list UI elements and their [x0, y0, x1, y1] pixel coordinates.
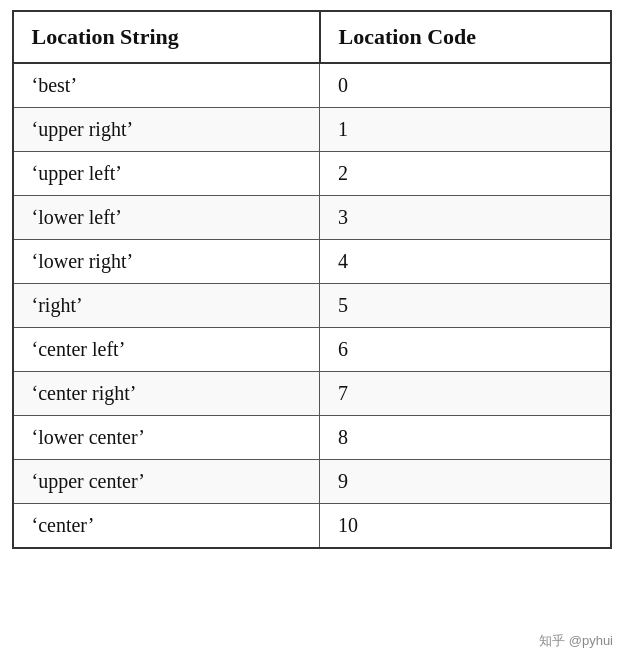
cell-location-string: ‘upper center’ [13, 460, 320, 504]
table-row: ‘center right’7 [13, 372, 611, 416]
location-table: Location String Location Code ‘best’0‘up… [12, 10, 612, 549]
cell-location-code: 6 [320, 328, 611, 372]
table-row: ‘center left’6 [13, 328, 611, 372]
table-header-row: Location String Location Code [13, 11, 611, 63]
cell-location-string: ‘right’ [13, 284, 320, 328]
table-row: ‘lower center’8 [13, 416, 611, 460]
cell-location-code: 5 [320, 284, 611, 328]
col-header-location-code: Location Code [320, 11, 611, 63]
table-row: ‘upper center’9 [13, 460, 611, 504]
table-container: Location String Location Code ‘best’0‘up… [12, 10, 612, 549]
cell-location-code: 10 [320, 504, 611, 549]
table-body: ‘best’0‘upper right’1‘upper left’2‘lower… [13, 63, 611, 548]
table-row: ‘center’10 [13, 504, 611, 549]
cell-location-code: 3 [320, 196, 611, 240]
cell-location-code: 1 [320, 108, 611, 152]
cell-location-code: 4 [320, 240, 611, 284]
cell-location-string: ‘lower right’ [13, 240, 320, 284]
cell-location-code: 7 [320, 372, 611, 416]
watermark: 知乎 @pyhui [539, 632, 613, 650]
table-row: ‘upper left’2 [13, 152, 611, 196]
table-row: ‘lower left’3 [13, 196, 611, 240]
cell-location-string: ‘center left’ [13, 328, 320, 372]
cell-location-string: ‘center right’ [13, 372, 320, 416]
table-row: ‘right’5 [13, 284, 611, 328]
table-row: ‘best’0 [13, 63, 611, 108]
col-header-location-string: Location String [13, 11, 320, 63]
cell-location-string: ‘center’ [13, 504, 320, 549]
cell-location-string: ‘lower left’ [13, 196, 320, 240]
cell-location-string: ‘upper right’ [13, 108, 320, 152]
cell-location-code: 9 [320, 460, 611, 504]
cell-location-string: ‘lower center’ [13, 416, 320, 460]
cell-location-string: ‘upper left’ [13, 152, 320, 196]
cell-location-code: 2 [320, 152, 611, 196]
cell-location-string: ‘best’ [13, 63, 320, 108]
cell-location-code: 0 [320, 63, 611, 108]
table-row: ‘upper right’1 [13, 108, 611, 152]
table-row: ‘lower right’4 [13, 240, 611, 284]
cell-location-code: 8 [320, 416, 611, 460]
